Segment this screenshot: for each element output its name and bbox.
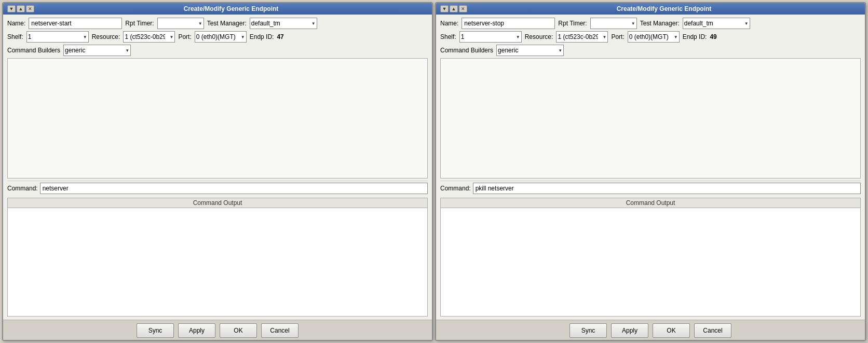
ok-button-1[interactable]: OK — [220, 323, 257, 338]
output-label-2: Command Output — [440, 198, 861, 208]
rpt-timer-select-2[interactable]: fast (1 s) — [590, 18, 637, 29]
sync-button-1[interactable]: Sync — [137, 323, 174, 338]
restore-btn-1[interactable]: ▲ — [17, 5, 25, 12]
title-bar-controls-1: ▼ ▲ ✕ — [7, 5, 34, 12]
endp-id-label-2: Endp ID: — [683, 33, 707, 40]
command-label-2: Command: — [440, 185, 471, 192]
dialog-body-2: Name: Rpt Timer: fast (1 s) Test Manager… — [436, 15, 865, 320]
close-btn-1[interactable]: ✕ — [26, 5, 34, 12]
sync-button-2[interactable]: Sync — [569, 323, 607, 338]
apply-button-2[interactable]: Apply — [611, 323, 648, 338]
port-label-1: Port: — [178, 33, 191, 40]
cmd-builders-label-2: Command Builders — [440, 47, 493, 54]
name-label-2: Name: — [440, 20, 458, 27]
form-row-2a: Name: Rpt Timer: fast (1 s) Test Manager… — [440, 18, 861, 29]
dialog-body-1: Name: Rpt Timer: fast (1 s) Test Manager… — [3, 15, 432, 320]
minimize-btn-2[interactable]: ▼ — [440, 5, 449, 12]
endp-id-value-2: 49 — [710, 33, 716, 40]
cancel-button-1[interactable]: Cancel — [261, 323, 299, 338]
content-area-1 — [7, 58, 428, 179]
test-manager-label-1: Test Manager: — [207, 20, 247, 27]
cmd-builders-label-1: Command Builders — [7, 47, 60, 54]
rpt-timer-label-2: Rpt Timer: — [558, 20, 587, 27]
output-section-1: Command Output — [7, 198, 428, 317]
test-manager-label-2: Test Manager: — [640, 20, 680, 27]
shelf-select-2[interactable]: 1 — [459, 31, 522, 43]
title-bar-2: ▼ ▲ ✕ Create/Modify Generic Endpoint — [436, 3, 865, 15]
output-area-1 — [7, 208, 428, 317]
output-label-1: Command Output — [7, 198, 428, 208]
content-area-2 — [440, 58, 861, 179]
endp-id-value-1: 47 — [277, 33, 283, 40]
command-input-2[interactable] — [473, 183, 861, 194]
dialog-1: ▼ ▲ ✕ Create/Modify Generic Endpoint Nam… — [2, 2, 433, 341]
port-select-2[interactable]: 0 (eth0)(MGT) — [628, 31, 680, 43]
port-select-1[interactable]: 0 (eth0)(MGT) — [195, 31, 247, 43]
rpt-timer-select-1[interactable]: fast (1 s) — [157, 18, 204, 29]
cmd-builders-select-2[interactable]: generic — [496, 45, 564, 56]
command-input-1[interactable] — [40, 183, 428, 194]
close-btn-2[interactable]: ✕ — [459, 5, 467, 12]
apply-button-1[interactable]: Apply — [178, 323, 215, 338]
shelf-label-1: Shelf: — [7, 33, 23, 40]
endp-id-label-1: Endp ID: — [250, 33, 274, 40]
name-input-2[interactable] — [462, 18, 555, 29]
shelf-select-1[interactable]: 1 — [26, 31, 89, 43]
name-input-1[interactable] — [29, 18, 122, 29]
restore-btn-2[interactable]: ▲ — [450, 5, 458, 12]
output-section-2: Command Output — [440, 198, 861, 317]
shelf-label-2: Shelf: — [440, 33, 456, 40]
resource-label-2: Resource: — [525, 33, 553, 40]
title-bar-1: ▼ ▲ ✕ Create/Modify Generic Endpoint — [3, 3, 432, 15]
output-area-2 — [440, 208, 861, 317]
cmd-builders-select-1[interactable]: generic — [63, 45, 131, 56]
resource-select-1[interactable]: 1 (ct523c-0b29) — [123, 31, 175, 43]
resource-label-1: Resource: — [92, 33, 120, 40]
cmd-builders-row-1: Command Builders generic — [7, 45, 428, 56]
minimize-btn-1[interactable]: ▼ — [7, 5, 16, 12]
test-manager-select-2[interactable]: default_tm — [683, 18, 750, 29]
name-label-1: Name: — [7, 20, 25, 27]
rpt-timer-label-1: Rpt Timer: — [125, 20, 154, 27]
form-row-2: Shelf: 1 Resource: 1 (ct523c-0b29) Port:… — [7, 31, 428, 43]
ok-button-2[interactable]: OK — [653, 323, 690, 338]
form-row-1: Name: Rpt Timer: fast (1 s) Test Manager… — [7, 18, 428, 29]
dialog-title-2: Create/Modify Generic Endpoint — [467, 5, 861, 12]
resource-select-2[interactable]: 1 (ct523c-0b29) — [556, 31, 608, 43]
command-label-1: Command: — [7, 185, 38, 192]
button-row-2: Sync Apply OK Cancel — [436, 320, 865, 340]
command-row-2: Command: — [440, 181, 861, 196]
form-row-2b: Shelf: 1 Resource: 1 (ct523c-0b29) Port:… — [440, 31, 861, 43]
cancel-button-2[interactable]: Cancel — [694, 323, 731, 338]
test-manager-select-1[interactable]: default_tm — [250, 18, 317, 29]
command-row-1: Command: — [7, 181, 428, 196]
cmd-builders-row-2: Command Builders generic — [440, 45, 861, 56]
button-row-1: Sync Apply OK Cancel — [3, 320, 432, 340]
dialog-2: ▼ ▲ ✕ Create/Modify Generic Endpoint Nam… — [435, 2, 866, 341]
title-bar-controls-2: ▼ ▲ ✕ — [440, 5, 467, 12]
dialog-title-1: Create/Modify Generic Endpoint — [34, 5, 428, 12]
port-label-2: Port: — [611, 33, 624, 40]
